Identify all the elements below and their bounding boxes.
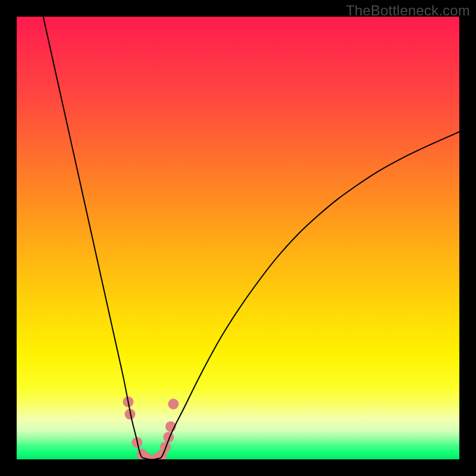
outer-frame: TheBottleneck.com: [0, 0, 476, 476]
watermark-text: TheBottleneck.com: [346, 2, 470, 19]
bottleneck-curve: [43, 17, 459, 459]
bottleneck-marker: [168, 399, 178, 409]
chart-svg: [17, 17, 459, 459]
line-layer: [43, 17, 459, 459]
plot-area: [17, 17, 459, 459]
marker-layer: [123, 396, 178, 459]
